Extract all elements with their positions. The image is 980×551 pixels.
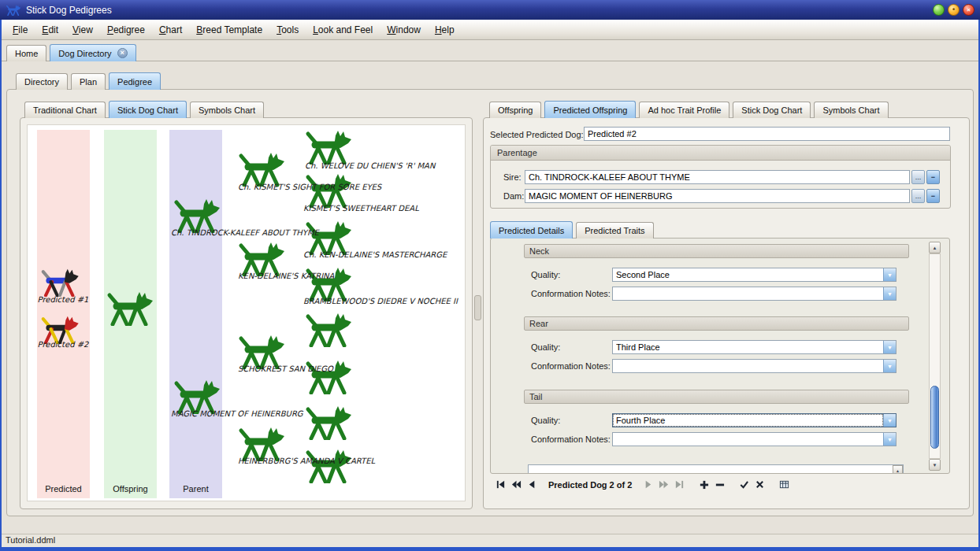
quality-label: Quality: [531,270,560,279]
tab-predicted-traits[interactable]: Predicted Traits [576,222,653,239]
quality-label: Quality: [531,342,560,352]
delete-record-button[interactable] [714,479,726,490]
commit-button[interactable] [738,479,750,490]
predicted-detail-tabs: Predicted Details Predicted Traits [490,221,654,239]
predicted-details-panel: Neck Quality: ▼ Conformation Notes: ▼ Re… [490,238,950,474]
stick-dog-icon[interactable] [304,312,353,347]
tab-traditional-chart-label: Traditional Chart [33,105,97,115]
tab-stick-dog-chart[interactable]: Stick Dog Chart [109,101,187,118]
cancel-edit-button[interactable] [754,479,766,490]
dam-remove-button[interactable]: − [926,189,940,203]
window-title: Stick Dog Pedigrees [26,5,112,16]
tab-predicted-offspring-label: Predicted Offspring [553,105,627,115]
section-neck: Neck Quality: ▼ Conformation Notes: ▼ [524,244,909,307]
tab-right-symbols-chart[interactable]: Symbols Chart [814,102,888,118]
scrollbar-thumb[interactable] [930,386,939,449]
tab-home-label: Home [15,49,38,58]
scroll-down-button[interactable]: ▼ [929,459,941,471]
rear-notes-combo[interactable]: ▼ [612,359,896,373]
chart-tabs: Traditional Chart Stick Dog Chart Symbol… [24,101,264,118]
menu-look-and-feel[interactable]: Look and Feel [306,22,379,38]
minimize-button[interactable] [933,4,945,16]
neck-quality-value[interactable] [613,268,883,281]
menu-view[interactable]: View [66,22,99,38]
tab-offspring[interactable]: Offspring [489,102,541,118]
offspring-stick-dog-icon[interactable] [106,291,154,326]
nav-last-button[interactable] [674,479,685,490]
close-button[interactable]: × [963,4,974,16]
details-tabs: Offspring Predicted Offspring Ad hoc Tra… [489,101,889,118]
app-icon [6,5,21,16]
rear-quality-combo[interactable]: ▼ [612,340,896,354]
sire-browse-button[interactable]: ... [911,170,925,184]
tab-home[interactable]: Home [6,45,46,61]
grid-view-button[interactable] [778,479,790,490]
menu-pedigree[interactable]: Pedigree [101,22,151,38]
restore-button[interactable]: • [948,4,960,16]
tab-right-stick-dog-chart-label: Stick Dog Chart [741,105,802,115]
menu-window[interactable]: Window [380,22,427,38]
tab-dog-directory[interactable]: Dog Directory × [50,44,135,61]
tab-directory[interactable]: Directory [16,73,68,90]
stick-dog-icon[interactable] [304,130,353,165]
dropdown-arrow-icon[interactable]: ▼ [883,414,896,427]
section-neck-header: Neck [524,244,909,258]
nav-first-button[interactable] [495,479,507,490]
dropdown-arrow-icon[interactable]: ▼ [883,360,896,372]
menu-file[interactable]: File [6,22,34,38]
conformation-notes-label: Conformation Notes: [531,289,611,298]
tab-predicted-details[interactable]: Predicted Details [490,221,573,239]
selected-predicted-dog-field[interactable] [584,127,950,141]
menu-tools[interactable]: Tools [270,22,305,38]
dropdown-arrow-icon[interactable]: ▼ [883,433,896,446]
stick-dog-icon[interactable] [304,449,353,483]
neck-quality-combo[interactable]: ▼ [612,268,896,282]
nav-next-button[interactable] [642,479,654,490]
add-record-button[interactable] [698,479,710,490]
rear-quality-value[interactable] [613,341,883,353]
tab-traditional-chart[interactable]: Traditional Chart [24,102,106,118]
tab-right-stick-dog-chart[interactable]: Stick Dog Chart [733,102,811,118]
tail-quality-combo[interactable]: ▼ [612,413,896,427]
tab-adhoc-trait-profile[interactable]: Ad hoc Trait Profile [639,102,729,118]
tab-plan[interactable]: Plan [71,73,106,90]
stick-dog-icon[interactable] [304,405,353,440]
tab-symbols-chart[interactable]: Symbols Chart [190,102,264,118]
nav-forward-button[interactable] [658,479,670,490]
tab-plan-label: Plan [80,77,97,87]
dropdown-arrow-icon[interactable]: ▼ [883,268,896,281]
dropdown-arrow-icon[interactable]: ▼ [883,341,896,353]
neck-notes-value[interactable] [613,287,883,300]
tab-predicted-offspring[interactable]: Predicted Offspring [544,101,636,118]
menu-help[interactable]: Help [429,22,461,38]
dropdown-arrow-icon[interactable]: ▼ [883,287,896,300]
dam-field[interactable] [525,189,910,203]
close-icon: × [967,7,971,13]
dog-name: KISMET'S SWEETHEART DEAL [303,204,419,213]
predicted-1-dog-icon[interactable] [39,268,80,297]
scroll-up-button[interactable]: ▲ [929,242,941,253]
menu-chart[interactable]: Chart [153,22,188,38]
dog-name: HEINERBURG'S AMANDA V CARTEL [238,457,375,465]
mini-scroll-up-icon[interactable]: ▲ [893,465,903,474]
tail-quality-value[interactable] [613,414,883,427]
section-rear: Rear Quality: ▼ Conformation Notes: ▼ [524,316,909,379]
neck-notes-combo[interactable]: ▼ [612,287,896,301]
rear-notes-value[interactable] [613,360,883,372]
nav-record-label: Predicted Dog 2 of 2 [548,480,632,490]
tab-pedigree[interactable]: Pedigree [109,72,161,90]
tail-notes-value[interactable] [613,433,883,446]
nav-rewind-button[interactable] [510,479,522,490]
sire-remove-button[interactable]: − [926,170,940,184]
menu-edit[interactable]: Edit [35,22,65,38]
menu-breed-template[interactable]: Breed Template [190,22,269,38]
stick-dog-icon[interactable] [237,152,286,187]
restore-icon: • [952,6,955,13]
conformation-notes-label: Conformation Notes: [531,435,611,444]
dam-browse-button[interactable]: ... [911,189,925,203]
nav-previous-button[interactable] [526,479,538,490]
tail-notes-combo[interactable]: ▼ [612,432,896,446]
close-tab-icon[interactable]: × [117,48,128,58]
sire-field[interactable] [525,170,910,184]
panel-splitter[interactable] [474,295,481,320]
